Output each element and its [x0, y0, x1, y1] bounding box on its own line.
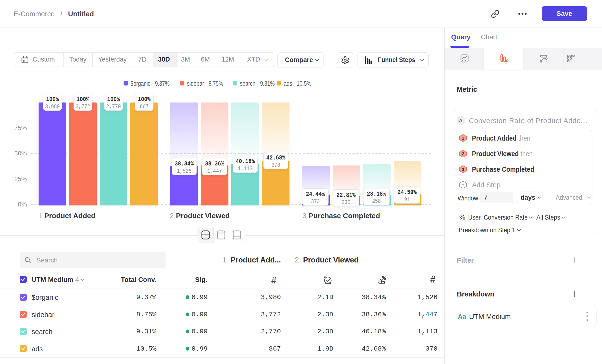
- svg-text:1: 1: [462, 136, 464, 141]
- svg-text:3: 3: [462, 167, 464, 172]
- svg-text:2: 2: [462, 151, 464, 156]
